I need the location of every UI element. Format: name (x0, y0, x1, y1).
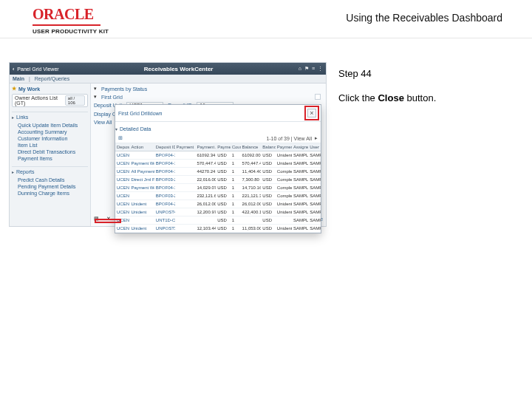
col-head[interactable]: Assigned Operator ID (292, 143, 308, 151)
col-head[interactable]: Balance (241, 143, 262, 151)
table-cell: UNT1D-C4-31 (154, 216, 175, 225)
crumb-reports[interactable]: Report/Queries (35, 76, 69, 81)
table-cell: SAMPLE (292, 168, 308, 176)
table-row[interactable]: UCENAll PaymentsBPOF04-1844270.24USD111,… (115, 168, 321, 176)
flag-icon[interactable]: ⚑ (304, 66, 309, 72)
sidebar-link[interactable]: Customer Information (12, 135, 88, 142)
sidebar-link[interactable]: Dunning Charge Items (12, 190, 88, 197)
table-cell: USD (261, 225, 275, 233)
table-cell: Unident (129, 225, 154, 233)
breadcrumb: Main | Report/Queries (10, 75, 326, 83)
view-all-link[interactable]: View All (94, 120, 112, 125)
doc-title: Using the Receivables Dashboard (346, 12, 502, 24)
table-row[interactable]: UCENUnidentBPOF04-2126,012.00USD126,012.… (115, 200, 321, 208)
table-cell: 1 (231, 216, 241, 225)
table-cell (175, 208, 196, 216)
table-cell: USD (216, 151, 230, 160)
table-cell: Unident (276, 208, 292, 216)
col-head[interactable]: Count (231, 143, 241, 151)
table-cell: BPOF03-26 (154, 192, 175, 200)
table-row[interactable]: UCENUNT1D-C4-31USD1USDSAMPLESAMPLE (115, 216, 321, 225)
table-row[interactable]: UCENPayment WorksheetBPOF04-1814,029.07U… (115, 184, 321, 192)
table-cell: 12,103.44 (195, 225, 216, 233)
sidebar-link[interactable]: Direct Debit Transactions (12, 149, 88, 155)
content-area: ▾ Payments by Status ▾ First Grid Deposi… (91, 83, 326, 226)
grid-header-row: Deposit Unit Action Deposit ID Payment S… (115, 143, 321, 151)
table-cell: Unident (276, 151, 292, 160)
table-cell: 221,121.38 (241, 192, 262, 200)
table-cell: UCEN (115, 176, 129, 184)
disclosure-icon[interactable]: ▾ (94, 86, 97, 92)
col-head[interactable]: Payment Seq (175, 143, 196, 151)
home-icon[interactable]: ⌂ (299, 66, 301, 72)
disclosure-icon[interactable]: ▾ (94, 94, 97, 100)
table-cell: 232,121.62 (195, 192, 216, 200)
menu-icon[interactable]: ≡ (312, 66, 315, 72)
sidebar-link[interactable]: Item List (12, 142, 88, 149)
table-cell: SAMPLE (308, 160, 321, 168)
crumb-main[interactable]: Main (13, 76, 24, 81)
back-icon[interactable]: ‹ (13, 66, 14, 72)
table-cell: USD (261, 192, 275, 200)
mywork-label: My Work (18, 86, 40, 92)
table-cell: SAMPLE (292, 208, 308, 216)
table-cell: 422,400.18 (241, 208, 262, 216)
table-cell: Unident (276, 160, 292, 168)
table-row[interactable]: UCENUnidentUNPOST4-2212,200.97USD1422,40… (115, 208, 321, 216)
table-row[interactable]: UCENPayment WorksheetBPOF04-18570,447.42… (115, 160, 321, 168)
data-grid: Deposit Unit Action Deposit ID Payment S… (115, 143, 321, 233)
sidebar-link[interactable]: Quick Update Item Details (12, 122, 88, 129)
grid-pager[interactable]: 1-10 of 39 | View All (266, 136, 312, 141)
first-grid-label: First Grid (101, 95, 123, 100)
table-cell: SAMPLE (308, 200, 321, 208)
table-cell: USD (261, 168, 275, 176)
detailed-data-label: Detailed Data (120, 126, 151, 132)
table-cell: USD (216, 200, 230, 208)
table-cell: SAMPLE (292, 176, 308, 184)
table-cell: Unident (276, 200, 292, 208)
table-cell: 12,200.97 (195, 208, 216, 216)
sidebar-link[interactable]: Payment Items (12, 155, 88, 162)
grid-toolbar-label: ⊞ (118, 135, 123, 141)
col-head[interactable]: Payment Amount (195, 143, 216, 151)
col-head[interactable]: Action (129, 143, 154, 151)
table-cell: BPOF04-18 (154, 160, 175, 168)
table-cell: Payment Worksheet (129, 184, 154, 192)
table-cell (129, 151, 154, 160)
table-cell: UCEN (115, 225, 129, 233)
table-cell: SAMPLE (292, 160, 308, 168)
table-row[interactable]: UCENDirect Jrnl PaymentsBPOF03-2022,016.… (115, 176, 321, 184)
modal-title: First Grid Drilldown (118, 111, 163, 116)
close-button[interactable]: × (307, 109, 316, 117)
table-cell: SAMPLE (292, 216, 308, 225)
table-cell: 1 (231, 151, 241, 160)
sidebar-link[interactable]: Accounting Summary (12, 129, 88, 135)
col-head[interactable]: Payment Currency (216, 143, 230, 151)
brand-block: ORACLE USER PRODUCTIVITY KIT (33, 6, 109, 35)
col-head[interactable]: User ID (308, 143, 321, 151)
table-row[interactable]: UCENBPOF04-1861092.34USD161092.00USDUnid… (115, 151, 321, 160)
sidebar-link[interactable]: Predict Cash Details (12, 177, 88, 183)
instr-bold: Close (378, 92, 403, 103)
secondary-highlight (95, 219, 121, 223)
sidebar-link[interactable]: Pending Payment Details (12, 183, 88, 190)
table-cell: Complete (276, 184, 292, 192)
col-head[interactable]: Payment Status (276, 143, 292, 151)
table-cell: UCEN (115, 208, 129, 216)
table-cell: UCEN (115, 200, 129, 208)
chevron-right-icon[interactable]: ▸ (315, 135, 318, 141)
table-cell: 26,012.00 (195, 200, 216, 208)
col-head[interactable]: Deposit Unit (115, 143, 129, 151)
overflow-icon[interactable]: ⋮ (318, 66, 323, 72)
table-cell: 14,710.16 (241, 184, 262, 192)
table-row[interactable]: UCENUnidentUNPOST3-3112,103.44USD111,053… (115, 225, 321, 233)
table-row[interactable]: UCENBPOF03-26232,121.62USD1221,121.38USD… (115, 192, 321, 200)
table-cell: 1 (231, 160, 241, 168)
table-cell: UCEN (115, 160, 129, 168)
owner-actions-pill[interactable]: Owner Actions List (GT) all / 106 (12, 94, 88, 107)
table-cell: UCEN (115, 168, 129, 176)
oracle-logo: ORACLE (33, 6, 100, 26)
grid-icon[interactable] (315, 94, 321, 100)
col-head[interactable]: Deposit ID (154, 143, 175, 151)
col-head[interactable]: Balance Currency (261, 143, 275, 151)
